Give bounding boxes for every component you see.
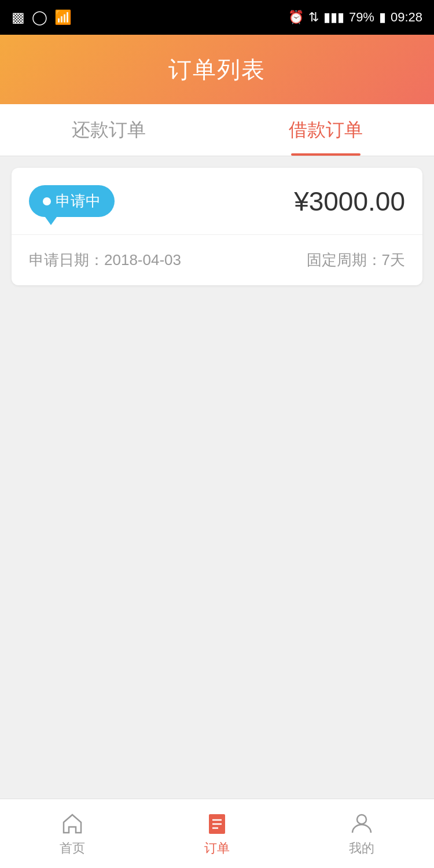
nav-order-label: 订单 (204, 840, 230, 857)
period-value: 7天 (382, 251, 405, 269)
tab-loan-label: 借款订单 (289, 117, 363, 143)
order-amount: ¥3000.00 (294, 186, 405, 217)
time-display: 09:28 (391, 10, 422, 25)
page-title: 订单列表 (168, 54, 266, 86)
bottom-nav: 首页 订单 我的 (0, 799, 434, 868)
nav-order[interactable]: 订单 (145, 799, 289, 868)
signal-bars: ▮▮▮ (323, 10, 344, 25)
order-card-top: 申请中 ¥3000.00 (12, 168, 422, 235)
order-card[interactable]: 申请中 ¥3000.00 申请日期：2018-04-03 固定周期：7天 (12, 168, 422, 285)
tab-bar: 还款订单 借款订单 (0, 104, 434, 156)
order-icon (204, 811, 230, 836)
nav-home[interactable]: 首页 (0, 799, 145, 868)
svg-point-4 (357, 815, 366, 824)
alarm-icon2: ⏰ (288, 10, 304, 25)
signal-icon2: 📶 (54, 9, 72, 25)
status-right-info: ⏰ ⇅ ▮▮▮ 79% ▮ 09:28 (288, 10, 422, 25)
apply-date: 申请日期：2018-04-03 (29, 250, 181, 270)
tab-repayment-label: 还款订单 (72, 117, 146, 143)
nav-home-label: 首页 (60, 840, 85, 857)
tab-loan[interactable]: 借款订单 (217, 104, 434, 156)
main-content: 申请中 ¥3000.00 申请日期：2018-04-03 固定周期：7天 (0, 156, 434, 799)
page-header: 订单列表 (0, 35, 434, 104)
period-label: 固定周期： (307, 251, 382, 269)
home-icon (60, 811, 85, 836)
status-left-icons: ▩ ◯ 📶 (12, 9, 72, 25)
data-icon: ⇅ (308, 10, 319, 25)
tab-repayment[interactable]: 还款订单 (0, 104, 217, 156)
status-dot (43, 197, 51, 205)
status-label: 申请中 (56, 191, 101, 211)
battery-percent: 79% (349, 10, 374, 25)
status-badge: 申请中 (29, 185, 115, 217)
alarm-icon: ◯ (32, 9, 47, 25)
tab-active-indicator (291, 153, 361, 156)
status-bar: ▩ ◯ 📶 ⏰ ⇅ ▮▮▮ 79% ▮ 09:28 (0, 0, 434, 35)
apply-date-value: 2018-04-03 (104, 251, 181, 269)
battery-icon: ▮ (379, 10, 386, 25)
message-icon: ▩ (12, 9, 25, 25)
period: 固定周期：7天 (307, 250, 405, 270)
order-card-bottom: 申请日期：2018-04-03 固定周期：7天 (12, 235, 422, 285)
user-icon (349, 811, 374, 836)
apply-date-label: 申请日期： (29, 251, 104, 269)
nav-mine[interactable]: 我的 (289, 799, 434, 868)
nav-mine-label: 我的 (349, 840, 374, 857)
